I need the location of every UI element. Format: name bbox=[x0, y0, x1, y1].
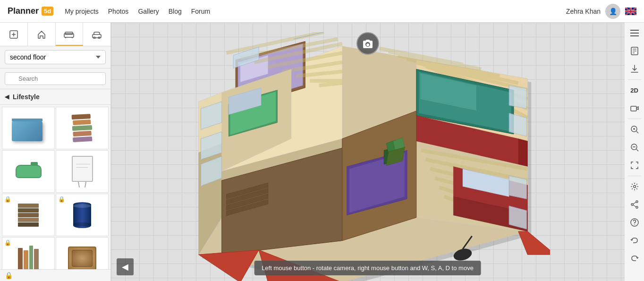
list-item[interactable] bbox=[2, 107, 55, 149]
svg-point-94 bbox=[636, 201, 638, 203]
camera-view-button[interactable] bbox=[626, 100, 643, 117]
nav-gallery[interactable]: Gallery bbox=[138, 8, 159, 15]
svg-point-100 bbox=[634, 224, 635, 225]
zoom-out-button[interactable] bbox=[626, 139, 643, 156]
settings-button[interactable] bbox=[626, 178, 643, 195]
svg-rect-88 bbox=[631, 106, 636, 111]
svg-point-93 bbox=[633, 186, 636, 188]
canvas-area[interactable]: ◀ Left mouse button - rotate camera, rig… bbox=[111, 23, 624, 281]
divider-1 bbox=[627, 79, 642, 80]
main-layout: first floor second floor third floor 🔍 ◀… bbox=[0, 23, 644, 281]
item-image bbox=[12, 156, 45, 187]
category-header[interactable]: ◀ Lifestyle bbox=[0, 89, 110, 105]
left-sidebar: first floor second floor third floor 🔍 ◀… bbox=[0, 23, 111, 281]
svg-marker-71 bbox=[294, 32, 324, 39]
furniture-button[interactable] bbox=[56, 23, 84, 46]
2d-label: 2D bbox=[630, 87, 638, 94]
files-button[interactable] bbox=[626, 43, 643, 60]
undo-button[interactable] bbox=[626, 232, 643, 249]
svg-line-98 bbox=[633, 205, 636, 207]
logo-box: 5d bbox=[42, 7, 53, 16]
svg-point-95 bbox=[631, 204, 633, 205]
objects-button[interactable] bbox=[83, 23, 110, 46]
items-grid: 🔒 🔒 bbox=[0, 105, 110, 269]
list-item[interactable]: 🔒 bbox=[2, 237, 55, 269]
category-arrow-icon: ◀ bbox=[5, 94, 9, 100]
nav-photos[interactable]: Photos bbox=[108, 8, 129, 15]
svg-line-90 bbox=[636, 131, 638, 133]
fit-screen-button[interactable] bbox=[626, 157, 643, 174]
item-image bbox=[66, 113, 99, 144]
toolbar-row bbox=[0, 23, 110, 46]
help-button[interactable] bbox=[626, 214, 643, 231]
logo[interactable]: Planner 5d bbox=[8, 6, 53, 16]
redo-button[interactable] bbox=[626, 250, 643, 267]
floor-plan-svg bbox=[125, 32, 550, 281]
list-item[interactable] bbox=[2, 150, 55, 193]
nav-forum[interactable]: Forum bbox=[191, 8, 210, 15]
lock-icon: 🔒 bbox=[4, 239, 11, 246]
floor-selector-wrapper: first floor second floor third floor bbox=[0, 46, 110, 68]
lock-icon: 🔒 bbox=[58, 196, 65, 203]
nav-links: My projects Photos Gallery Blog Forum bbox=[65, 8, 555, 15]
item-image bbox=[66, 156, 99, 187]
bottom-lock-icon: 🔒 bbox=[5, 272, 13, 279]
svg-marker-39 bbox=[518, 139, 528, 167]
list-item[interactable] bbox=[56, 150, 109, 193]
divider-2 bbox=[627, 119, 642, 119]
list-item[interactable] bbox=[56, 237, 109, 269]
item-image bbox=[12, 113, 45, 144]
list-item[interactable]: 🔒 bbox=[2, 194, 55, 236]
nav-right: Zehra Khan 👤 bbox=[566, 4, 636, 19]
svg-line-26 bbox=[319, 83, 342, 85]
item-image bbox=[12, 243, 45, 270]
floor-select[interactable]: first floor second floor third floor bbox=[5, 50, 106, 64]
svg-marker-74 bbox=[509, 176, 526, 199]
item-image bbox=[12, 200, 45, 230]
nav-blog[interactable]: Blog bbox=[169, 8, 182, 15]
back-button[interactable]: ◀ bbox=[117, 258, 134, 275]
top-nav: Planner 5d My projects Photos Gallery Bl… bbox=[0, 0, 644, 23]
lock-icon: 🔒 bbox=[4, 196, 11, 203]
search-input[interactable] bbox=[5, 72, 106, 85]
nav-my-projects[interactable]: My projects bbox=[65, 8, 99, 15]
canvas-background: ◀ Left mouse button - rotate camera, rig… bbox=[111, 23, 624, 281]
svg-marker-81 bbox=[518, 231, 550, 255]
category-label: Lifestyle bbox=[13, 93, 40, 101]
2d-view-button[interactable]: 2D bbox=[626, 82, 643, 99]
home-button[interactable] bbox=[28, 23, 56, 46]
list-item[interactable] bbox=[56, 107, 109, 149]
user-name: Zehra Khan bbox=[566, 8, 601, 15]
language-flag[interactable] bbox=[625, 8, 636, 15]
svg-marker-72 bbox=[509, 85, 526, 109]
zoom-in-button[interactable] bbox=[626, 121, 643, 138]
svg-marker-79 bbox=[199, 250, 259, 281]
list-item[interactable]: 🔒 bbox=[56, 194, 109, 236]
svg-point-96 bbox=[636, 206, 638, 208]
item-image bbox=[66, 243, 99, 270]
avatar[interactable]: 👤 bbox=[605, 4, 620, 19]
item-image bbox=[66, 200, 99, 230]
logo-text: Planner bbox=[8, 6, 39, 16]
svg-line-97 bbox=[633, 202, 636, 204]
share-button[interactable] bbox=[626, 196, 643, 213]
hamburger-button[interactable] bbox=[626, 25, 643, 42]
tooltip-bar: Left mouse button - rotate camera, right… bbox=[254, 261, 481, 275]
new-button[interactable] bbox=[0, 23, 28, 46]
divider-3 bbox=[627, 176, 642, 176]
tooltip-text: Left mouse button - rotate camera, right… bbox=[262, 264, 474, 272]
svg-point-82 bbox=[366, 43, 369, 46]
svg-line-92 bbox=[636, 149, 638, 151]
download-button[interactable] bbox=[626, 60, 643, 77]
search-row: 🔍 bbox=[0, 68, 110, 89]
search-wrap: 🔍 bbox=[5, 72, 106, 85]
screenshot-button[interactable] bbox=[356, 32, 379, 55]
right-sidebar: 2D bbox=[624, 23, 644, 281]
